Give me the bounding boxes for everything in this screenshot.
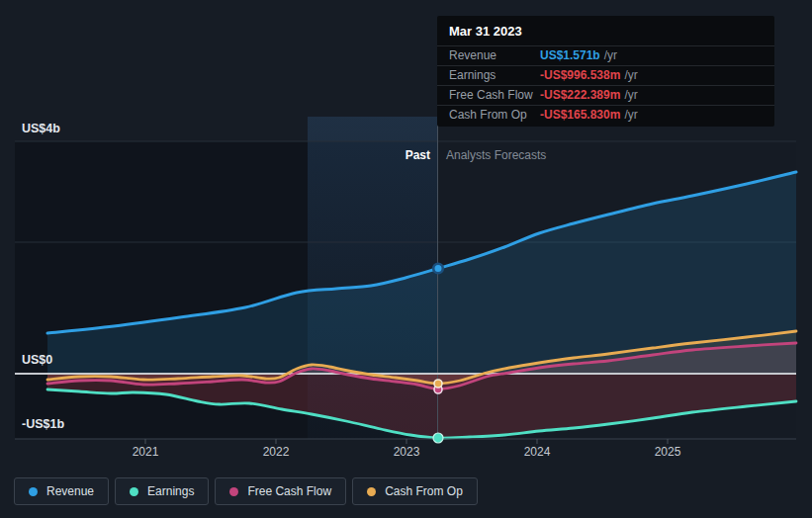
tooltip-cashop-value: -US$165.830m [540,109,620,122]
past-section-label: Past [406,148,430,162]
tooltip-cashop-label: Cash From Op [449,109,540,122]
revenue-marker[interactable] [433,264,443,274]
chart-tooltip: Mar 31 2023 Revenue US$1.571b /yr Earnin… [437,16,774,127]
y-axis-label-4b: US$4b [22,122,60,135]
legend-item-revenue[interactable]: Revenue [14,477,109,505]
x-axis-label-2024: 2024 [507,445,567,459]
tooltip-row-cash-from-op: Cash From Op -US$165.830m /yr [437,105,774,125]
tooltip-earnings-label: Earnings [449,69,540,82]
x-axis-label-2021: 2021 [116,445,175,459]
tooltip-row-revenue: Revenue US$1.571b /yr [437,45,774,65]
tooltip-revenue-label: Revenue [449,49,540,62]
tooltip-date: Mar 31 2023 [437,21,774,45]
tooltip-fcf-label: Free Cash Flow [449,89,540,102]
legend-fcf-label: Free Cash Flow [247,484,331,498]
legend-cashop-label: Cash From Op [385,484,463,498]
tooltip-row-free-cash-flow: Free Cash Flow -US$222.389m /yr [437,85,774,105]
legend-item-cash-from-op[interactable]: Cash From Op [352,477,478,505]
earnings-revenue-growth-chart: US$4b US$0 -US$1b 2021 2022 2023 2024 20… [0,0,812,518]
x-axis-label-2023: 2023 [377,445,436,459]
tooltip-row-earnings: Earnings -US$996.538m /yr [437,65,774,85]
cash-from-op-marker[interactable] [434,380,442,388]
revenue-dot-icon [29,487,38,496]
earnings-marker[interactable] [433,433,443,443]
legend-earnings-label: Earnings [147,484,194,498]
tooltip-revenue-value: US$1.571b [540,49,600,62]
legend-item-free-cash-flow[interactable]: Free Cash Flow [215,477,346,505]
legend-item-earnings[interactable]: Earnings [115,477,209,505]
free-cash-flow-dot-icon [229,487,238,496]
tooltip-fcf-value: -US$222.389m [540,89,620,102]
tooltip-revenue-suffix: /yr [604,49,617,62]
cash-from-op-dot-icon [367,487,376,496]
tooltip-earnings-suffix: /yr [624,69,637,82]
y-axis-label-0: US$0 [22,353,52,367]
earnings-dot-icon [130,487,138,496]
chart-legend: Revenue Earnings Free Cash Flow Cash Fro… [14,477,478,505]
tooltip-cashop-suffix: /yr [624,109,637,122]
legend-revenue-label: Revenue [46,484,94,498]
tooltip-fcf-suffix: /yr [624,89,637,102]
y-axis-label-neg1b: -US$1b [22,417,64,431]
x-axis-label-2025: 2025 [638,445,697,459]
x-axis-label-2022: 2022 [246,445,306,459]
analysts-forecasts-label: Analysts Forecasts [446,148,546,162]
tooltip-earnings-value: -US$996.538m [540,69,620,82]
